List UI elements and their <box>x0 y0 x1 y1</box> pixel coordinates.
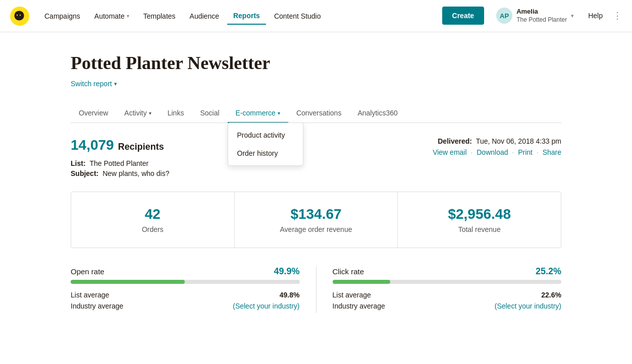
metric-open-rate: Open rate 49.9% List average 49.8% Indus… <box>71 266 300 313</box>
nav-audience[interactable]: Audience <box>184 8 225 24</box>
metric-click-rate: Click rate 25.2% List average 22.6% Indu… <box>333 266 562 313</box>
open-rate-name: Open rate <box>71 267 104 276</box>
meta-right: Delivered: Tue, Nov 06, 2018 4:33 pm Vie… <box>433 137 561 179</box>
dropdown-product-activity[interactable]: Product activity <box>228 126 303 144</box>
switch-report-button[interactable]: Switch report ▾ <box>71 80 561 88</box>
sep2: · <box>512 148 514 156</box>
stat-avg-revenue: $134.67 Average order revenue <box>235 192 398 248</box>
recipients-count: 14,079 <box>71 137 114 153</box>
tab-ecommerce[interactable]: E-commerce ▾ <box>228 104 288 123</box>
download-link[interactable]: Download <box>477 148 508 156</box>
page-title: Potted Planter Newsletter <box>71 52 561 74</box>
stat-avg-revenue-value: $134.67 <box>245 206 388 222</box>
delivered-line: Delivered: Tue, Nov 06, 2018 4:33 pm <box>433 137 561 145</box>
click-rate-select-industry[interactable]: (Select your industry) <box>495 302 561 310</box>
open-rate-bar-bg <box>71 280 300 284</box>
nav-links: Campaigns Automate ▾ Templates Audience … <box>38 8 442 25</box>
open-rate-bar-fill <box>71 280 185 284</box>
avatar: AP <box>496 8 512 24</box>
user-info: Amelia The Potted Planter <box>516 8 567 24</box>
meta-left: 14,079 Recipients List: The Potted Plant… <box>71 137 169 179</box>
tab-social[interactable]: Social <box>192 104 227 123</box>
dropdown-order-history[interactable]: Order history <box>228 144 303 162</box>
campaign-meta-section: 14,079 Recipients List: The Potted Plant… <box>71 137 561 179</box>
navbar-right: Create AP Amelia The Potted Planter ▾ He… <box>442 6 622 26</box>
stat-orders-value: 42 <box>81 206 224 222</box>
user-name: Amelia <box>516 8 567 16</box>
click-rate-header: Click rate 25.2% <box>333 266 562 277</box>
sep1: · <box>470 148 472 156</box>
open-rate-header: Open rate 49.9% <box>71 266 300 277</box>
create-button[interactable]: Create <box>442 7 485 25</box>
tab-activity[interactable]: Activity ▾ <box>116 104 159 123</box>
user-menu[interactable]: AP Amelia The Potted Planter ▾ <box>492 6 578 26</box>
click-rate-bar-fill <box>333 280 390 284</box>
recipients-label: Recipients <box>118 142 164 152</box>
stat-total-revenue-value: $2,956.48 <box>408 206 551 222</box>
tab-analytics360[interactable]: Analytics360 <box>349 104 405 123</box>
nav-content-studio[interactable]: Content Studio <box>268 8 327 24</box>
share-link[interactable]: Share <box>543 148 561 156</box>
metrics-row: Open rate 49.9% List average 49.8% Indus… <box>71 266 561 313</box>
recipients-line: 14,079 Recipients <box>71 137 169 153</box>
stats-row: 42 Orders $134.67 Average order revenue … <box>71 192 561 248</box>
stat-avg-revenue-label: Average order revenue <box>245 225 388 233</box>
click-rate-bar-bg <box>333 280 562 284</box>
logo[interactable] <box>10 7 29 26</box>
subject-detail: Subject: New plants, who dis? <box>71 169 169 177</box>
switch-report-chevron-icon: ▾ <box>114 81 117 87</box>
help-link[interactable]: Help <box>586 8 605 24</box>
open-rate-select-industry[interactable]: (Select your industry) <box>233 302 299 310</box>
stat-orders-label: Orders <box>81 225 224 233</box>
automate-chevron-icon: ▾ <box>127 13 129 19</box>
click-rate-name: Click rate <box>333 267 364 276</box>
sep3: · <box>537 148 539 156</box>
user-chevron-icon: ▾ <box>571 13 574 19</box>
nav-automate[interactable]: Automate ▾ <box>88 8 135 24</box>
tabs-bar: Overview Activity ▾ Links Social E-comme… <box>71 104 561 123</box>
click-rate-industry-avg: Industry average (Select your industry) <box>333 302 562 310</box>
main-content: Potted Planter Newsletter Switch report … <box>0 32 632 333</box>
tab-links[interactable]: Links <box>160 104 192 123</box>
tab-ecommerce-wrapper: E-commerce ▾ Product activity Order hist… <box>228 104 288 123</box>
view-email-link[interactable]: View email <box>433 148 466 156</box>
metrics-divider <box>316 266 317 313</box>
open-rate-list-avg: List average 49.8% <box>71 291 300 299</box>
print-link[interactable]: Print <box>518 148 533 156</box>
stat-total-revenue: $2,956.48 Total revenue <box>398 192 561 248</box>
extra-icon: ⋮ <box>613 10 622 21</box>
navbar: Campaigns Automate ▾ Templates Audience … <box>0 0 632 32</box>
list-detail: List: The Potted Planter <box>71 159 169 167</box>
tab-overview[interactable]: Overview <box>71 104 116 123</box>
ecommerce-dropdown: Product activity Order history <box>228 123 303 166</box>
tab-conversations[interactable]: Conversations <box>288 104 350 123</box>
click-rate-list-avg: List average 22.6% <box>333 291 562 299</box>
action-links: View email · Download · Print · Share <box>433 148 561 156</box>
stat-orders: 42 Orders <box>71 192 235 248</box>
stat-total-revenue-label: Total revenue <box>408 225 551 233</box>
click-rate-value: 25.2% <box>536 266 561 277</box>
ecommerce-chevron-icon: ▾ <box>278 110 280 116</box>
nav-campaigns[interactable]: Campaigns <box>38 8 86 24</box>
user-org: The Potted Planter <box>516 16 567 24</box>
open-rate-industry-avg: Industry average (Select your industry) <box>71 302 300 310</box>
open-rate-value: 49.9% <box>274 266 299 277</box>
nav-templates[interactable]: Templates <box>137 8 182 24</box>
nav-reports[interactable]: Reports <box>227 8 266 25</box>
activity-chevron-icon: ▾ <box>149 110 151 116</box>
